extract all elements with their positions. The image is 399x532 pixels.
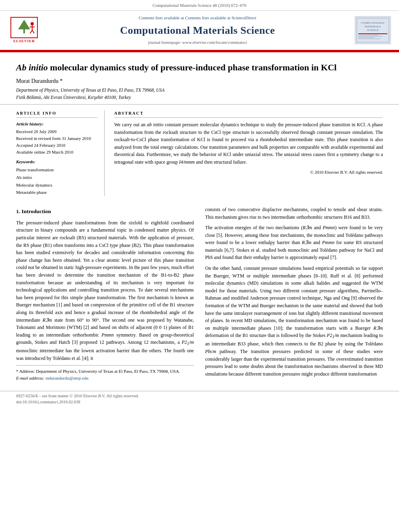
revised-date: Received in revised form 31 January 2010 xyxy=(16,135,98,142)
body-section: 1. Introduction The pressure-induced pha… xyxy=(0,202,399,388)
svg-marker-2 xyxy=(18,20,30,29)
svg-text:MATERIALS: MATERIALS xyxy=(365,25,380,28)
svg-rect-14 xyxy=(358,35,378,35)
article-title-section: Ab initio molecular dynamics study of pr… xyxy=(0,52,399,105)
received-date: Received 20 July 2009 xyxy=(16,128,98,135)
svg-rect-16 xyxy=(358,37,374,38)
keyword-1: Phase transformation xyxy=(16,166,98,174)
article-info-label: ARTICLE INFO xyxy=(16,110,98,118)
section1-heading: 1. Introduction xyxy=(16,207,194,216)
elsevier-text: ELSEVIER xyxy=(13,39,35,44)
body-columns: 1. Introduction The pressure-induced pha… xyxy=(16,206,383,382)
svg-text:COMPUTATIONAL: COMPUTATIONAL xyxy=(361,21,385,25)
body-col-left: 1. Introduction The pressure-induced pha… xyxy=(16,206,194,382)
keyword-3: Molecular dynamics xyxy=(16,181,98,189)
elsevier-logo: ELSEVIER xyxy=(8,16,40,44)
journal-cover-thumbnail: COMPUTATIONAL MATERIALS SCIENCE xyxy=(355,16,391,44)
abstract-column: ABSTRACT We carry out an ab initio const… xyxy=(114,110,383,196)
journal-homepage: journal homepage: www.elsevier.com/locat… xyxy=(40,39,355,46)
online-date: Available online 29 March 2010 xyxy=(16,149,98,156)
article-title: Ab initio molecular dynamics study of pr… xyxy=(16,62,383,74)
keywords-label: Keywords: xyxy=(16,159,98,165)
accepted-date: Accepted 24 February 2010 xyxy=(16,142,98,149)
author-name: Murat Durandurdu * xyxy=(16,77,383,85)
abstract-label: ABSTRACT xyxy=(114,110,383,118)
svg-rect-15 xyxy=(358,36,383,37)
svg-point-3 xyxy=(31,22,34,25)
abstract-text: We carry out an ab initio constant press… xyxy=(114,121,383,166)
footnote-section: * Address: Department of Physics, Univer… xyxy=(16,365,194,382)
svg-rect-17 xyxy=(358,39,380,39)
keyword-2: Ab initio xyxy=(16,174,98,181)
body-col-right: consists of two consecutive displacive m… xyxy=(205,206,383,382)
elsevier-logo-svg xyxy=(10,16,38,39)
cover-svg: COMPUTATIONAL MATERIALS SCIENCE xyxy=(355,16,391,44)
svg-line-7 xyxy=(32,30,34,33)
keyword-4: Metastable phase xyxy=(16,189,98,196)
article-history-label: Article history: xyxy=(16,121,98,127)
journal-header: ELSEVIER Contents lists available at Con… xyxy=(0,11,399,51)
intro-para-4: On the other hand, constant pressure sim… xyxy=(205,265,383,378)
journal-title: Computational Materials Science xyxy=(40,23,355,38)
copyright-text: © 2010 Elsevier B.V. All rights reserved… xyxy=(114,169,383,176)
svg-line-6 xyxy=(30,30,32,33)
footer: 0927-0256/$ – see front matter © 2010 El… xyxy=(0,391,399,407)
article-info-column: ARTICLE INFO Article history: Received 2… xyxy=(16,110,105,196)
intro-para-2: consists of two consecutive displacive m… xyxy=(205,206,383,221)
journal-citation: Computational Materials Science 48 (2010… xyxy=(0,0,399,11)
journal-header-center: Contents lists available at Contents lis… xyxy=(40,15,355,46)
footnote-email: E-mail address: mdurandurdu@utep.edu xyxy=(16,375,194,382)
footnote-address: * Address: Department of Physics, Univer… xyxy=(16,368,194,375)
svg-text:SCIENCE: SCIENCE xyxy=(367,29,378,32)
affiliation: Department of Physics, University of Tex… xyxy=(16,87,383,101)
sciencedirect-link: Contents lists available at Contents lis… xyxy=(40,15,355,21)
svg-rect-13 xyxy=(358,33,387,34)
article-info-abstract: ARTICLE INFO Article history: Received 2… xyxy=(0,105,399,202)
intro-para-1: The pressure-induced phase transformatio… xyxy=(16,219,194,362)
intro-para-3: The activation energies of the two mecha… xyxy=(205,224,383,261)
sciencedirect-text[interactable]: Contents lists available at ScienceDirec… xyxy=(185,15,256,20)
